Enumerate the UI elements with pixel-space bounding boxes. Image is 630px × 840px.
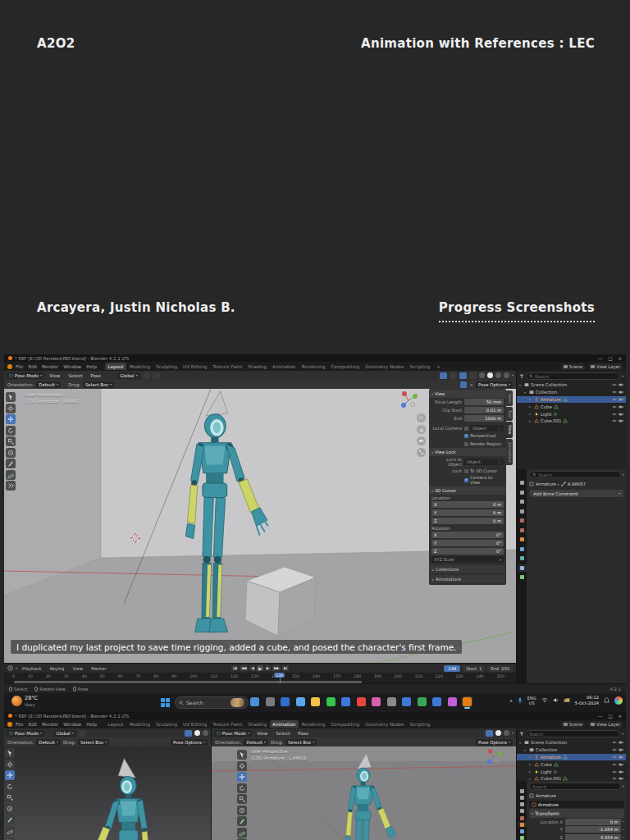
workspace-tab-shading[interactable]: Shading xyxy=(245,363,270,370)
view-layer-selector[interactable]: View Layer xyxy=(588,721,623,728)
jump-to-start-button[interactable]: |◀ xyxy=(231,665,238,671)
viewport-menu-pose[interactable]: Pose xyxy=(88,372,103,379)
properties-filter-caret[interactable]: ▾ xyxy=(623,472,624,477)
disable-render-camera-icon[interactable] xyxy=(619,404,623,409)
move-tool-icon[interactable] xyxy=(5,770,15,780)
select-visibility-icon[interactable] xyxy=(440,372,447,379)
loc-z-field[interactable]: 4.554 m xyxy=(565,834,621,840)
tool-properties-tab[interactable] xyxy=(518,479,527,486)
viewport-menu-select[interactable]: Select xyxy=(66,372,84,379)
breadcrumb-bone[interactable]: R.WRIST xyxy=(568,482,586,486)
workspace-tab-uv-editing[interactable]: UV Editing xyxy=(180,363,210,370)
disable-render-camera-icon[interactable] xyxy=(619,382,623,387)
scale-tool-icon[interactable] xyxy=(6,436,16,446)
workspace-tab-modeling[interactable]: Modeling xyxy=(126,363,153,370)
taskbar-search-input[interactable]: Search xyxy=(175,696,249,709)
left-viewport[interactable] xyxy=(4,746,211,840)
volume-icon[interactable] xyxy=(553,697,559,703)
pose-options-dropdown[interactable]: Pose Options▾ xyxy=(171,739,208,746)
focal-length-field[interactable]: 50 mm xyxy=(464,399,504,405)
camera-to-view-checkbox[interactable]: ✓ xyxy=(464,478,468,482)
render-properties-tab[interactable] xyxy=(518,489,527,496)
tool-properties-tab[interactable] xyxy=(518,789,527,794)
weather-widget[interactable]: 28°C Hazy xyxy=(11,696,38,707)
timeline-menu-marker[interactable]: Marker xyxy=(89,665,108,672)
view-lock-section-header[interactable]: ▾View Lock xyxy=(429,448,506,456)
workspace-tab-scripting[interactable]: Scripting xyxy=(407,720,433,728)
menu-window[interactable]: Window xyxy=(61,721,84,728)
close-button[interactable]: × xyxy=(618,714,622,719)
disclosure-open-icon[interactable]: ▾ xyxy=(524,390,527,395)
photos-taskbar-icon[interactable] xyxy=(372,697,381,706)
view-layer-selector[interactable]: View Layer xyxy=(588,363,623,370)
chrome-profile-taskbar-icon[interactable] xyxy=(418,697,427,706)
rotate-tool-icon[interactable] xyxy=(237,783,247,793)
orientation-dropdown[interactable]: Default▾ xyxy=(244,739,268,746)
cursor-rot-x-field[interactable]: X0° xyxy=(431,532,504,538)
scene-properties-tab[interactable] xyxy=(518,517,527,524)
onedrive-folder-icon[interactable] xyxy=(564,697,570,703)
blender-app-icon[interactable] xyxy=(7,364,12,369)
viewport-menu-view[interactable]: View xyxy=(47,372,62,379)
viewport-3d[interactable]: User Perspective (136) Armature : R.WRIS… xyxy=(4,389,516,663)
cursor-section-header[interactable]: ▾3D Cursor xyxy=(429,486,506,495)
viewport-menu-pose[interactable]: Pose xyxy=(295,730,311,737)
sidebar-tab-animation[interactable]: Animation xyxy=(506,439,513,465)
properties-filter-caret[interactable]: ▾ xyxy=(623,784,624,788)
modifiers-properties-tab[interactable] xyxy=(518,829,527,833)
cursor-rot-z-field[interactable]: Z0° xyxy=(431,548,504,555)
shading-rendered-icon[interactable] xyxy=(504,372,509,378)
hide-eye-icon[interactable] xyxy=(612,418,617,423)
store-taskbar-icon[interactable] xyxy=(296,697,305,706)
breadcrumb-object[interactable]: Armature xyxy=(536,793,556,798)
file-explorer-taskbar-icon[interactable] xyxy=(311,697,320,706)
outliner-search-input[interactable]: Search xyxy=(526,730,620,737)
tray-chevron-icon[interactable]: ∧ xyxy=(509,698,513,703)
outliner-scene-collection[interactable]: ▾Scene Collection xyxy=(517,381,626,389)
modifiers-properties-tab[interactable] xyxy=(518,546,527,553)
local-camera-checkbox[interactable] xyxy=(464,427,468,431)
hide-eye-icon[interactable] xyxy=(612,397,617,402)
disclosure-closed-icon[interactable]: ▸ xyxy=(529,397,532,401)
pose-breakdowner-tool-icon[interactable] xyxy=(5,837,15,840)
mode-dropdown[interactable]: ⬡Pose Mode▾ xyxy=(7,730,44,737)
hide-eye-icon[interactable] xyxy=(612,747,617,752)
disable-render-camera-icon[interactable] xyxy=(619,769,623,774)
workspace-tab-texture-paint[interactable]: Texture Paint xyxy=(210,720,245,728)
workspace-tab-uv-editing[interactable]: UV Editing xyxy=(180,720,210,728)
pose-options-dropdown[interactable]: Pose Options▾ xyxy=(476,739,513,746)
frame-start-field[interactable]: Start1 xyxy=(463,665,485,672)
outliner-collection[interactable]: ▾Collection xyxy=(517,389,626,396)
outlook-taskbar-icon[interactable] xyxy=(281,697,290,706)
timeline-menu-view[interactable]: View xyxy=(70,665,85,672)
outliner-item-cube[interactable]: ▸Cube xyxy=(517,403,626,410)
playhead[interactable]: 136 xyxy=(280,673,281,684)
scene-selector[interactable]: Scene xyxy=(561,363,585,370)
shading-solid-icon[interactable] xyxy=(495,730,501,736)
timeline-menu-keying[interactable]: Keying xyxy=(48,665,67,672)
shading-material-icon[interactable] xyxy=(203,730,208,736)
disable-render-camera-icon[interactable] xyxy=(619,418,623,423)
navigation-gizmo[interactable] xyxy=(486,748,504,766)
overlays-toggle-icon[interactable] xyxy=(459,372,467,379)
select-box-tool-icon[interactable] xyxy=(6,392,16,402)
camera-view-icon[interactable] xyxy=(417,436,426,445)
disclosure-open-icon[interactable]: ▾ xyxy=(524,748,527,752)
scale-tool-icon[interactable] xyxy=(237,794,247,804)
cursor-loc-z-field[interactable]: Z0 m xyxy=(431,518,504,524)
annotate-tool-icon[interactable] xyxy=(237,816,247,826)
filter-icon[interactable] xyxy=(519,374,524,379)
disable-render-camera-icon[interactable] xyxy=(619,397,623,402)
hide-eye-icon[interactable] xyxy=(612,412,617,417)
drag-dropdown[interactable]: Select Box▾ xyxy=(78,739,109,746)
cube-object[interactable] xyxy=(239,556,321,638)
output-properties-tab[interactable] xyxy=(518,802,527,807)
annotate-tool-icon[interactable] xyxy=(5,815,15,824)
jump-to-end-button[interactable]: ▶| xyxy=(282,665,289,671)
drag-dropdown[interactable]: Select Box▾ xyxy=(285,739,317,746)
xray-toggle-icon[interactable] xyxy=(469,372,477,379)
move-tool-icon[interactable] xyxy=(237,772,247,782)
title-bar[interactable]: * REF [E:\3D Renders\REF.blend] - Blende… xyxy=(4,354,626,362)
prev-keyframe-button[interactable]: ◀◀ xyxy=(240,665,248,671)
filter-icon[interactable] xyxy=(519,732,524,737)
